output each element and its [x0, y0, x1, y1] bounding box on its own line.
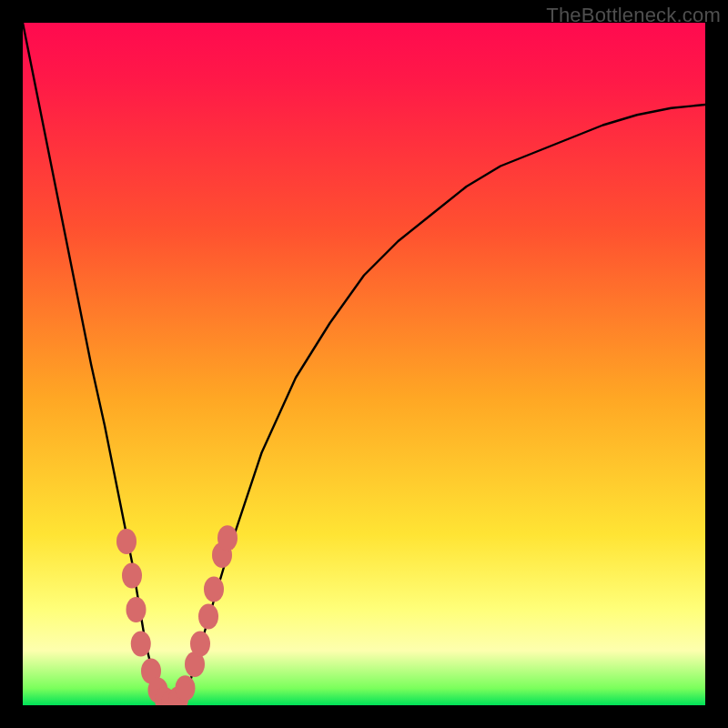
- marker-group: [116, 525, 238, 705]
- marker-point: [131, 632, 151, 657]
- marker-point: [190, 632, 210, 657]
- marker-point: [204, 577, 224, 602]
- marker-point: [176, 675, 196, 701]
- chart-frame: TheBottleneck.com: [0, 0, 728, 728]
- marker-point: [198, 604, 218, 630]
- watermark-text: TheBottleneck.com: [546, 4, 721, 27]
- marker-point: [126, 597, 147, 622]
- bottleneck-curve: [23, 23, 705, 705]
- marker-point: [116, 529, 136, 554]
- plot-area: [23, 23, 705, 705]
- marker-point: [122, 563, 142, 589]
- marker-point: [217, 525, 238, 551]
- curve-layer: [23, 23, 705, 705]
